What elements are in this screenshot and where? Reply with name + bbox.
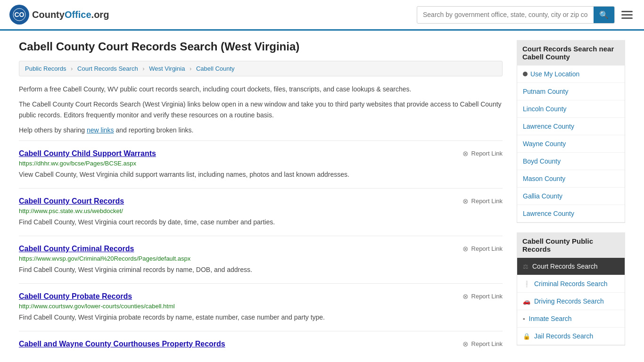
report-link-0[interactable]: ⊗ Report Link bbox=[462, 149, 503, 158]
record-title-1[interactable]: Cabell County Court Records bbox=[19, 197, 124, 206]
record-header-3: Cabell County Probate Records ⊗ Report L… bbox=[19, 292, 503, 301]
desc-paragraph-2: The Cabell County Court Records Search (… bbox=[19, 99, 503, 120]
criminal-icon: ❕ bbox=[523, 280, 530, 288]
record-url-3: http://www.courtswv.gov/lower-courts/cou… bbox=[19, 303, 503, 310]
use-location-item[interactable]: Use My Location bbox=[517, 66, 625, 83]
breadcrumb-public-records[interactable]: Public Records bbox=[25, 65, 66, 72]
header-right: 🔍 bbox=[417, 6, 635, 24]
public-records-title: Cabell County Public Records bbox=[517, 232, 625, 258]
record-header-1: Cabell County Court Records ⊗ Report Lin… bbox=[19, 197, 503, 206]
record-url-1: http://www.psc.state.wv.us/webdocket/ bbox=[19, 207, 503, 214]
inmate-search-label: Inmate Search bbox=[529, 315, 572, 322]
driving-records-label: Driving Records Search bbox=[534, 297, 604, 305]
record-title-0[interactable]: Cabell County Child Support Warrants bbox=[19, 149, 156, 158]
sidebar: Court Records Search near Cabell County … bbox=[517, 40, 625, 355]
public-records-section: Cabell County Public Records ⚖ Court Rec… bbox=[517, 232, 625, 346]
inmate-icon: ▪ bbox=[523, 315, 525, 322]
jail-icon: 🔒 bbox=[523, 333, 530, 340]
use-location-link[interactable]: Use My Location bbox=[517, 66, 625, 82]
nearby-mason[interactable]: Mason County bbox=[517, 170, 625, 188]
record-item-3: Cabell County Probate Records ⊗ Report L… bbox=[19, 283, 503, 327]
breadcrumb-west-virginia[interactable]: West Virginia bbox=[149, 65, 185, 72]
record-title-3[interactable]: Cabell County Probate Records bbox=[19, 292, 132, 301]
nearby-boyd[interactable]: Boyd County bbox=[517, 153, 625, 170]
page-title: Cabell County Court Records Search (West… bbox=[19, 40, 503, 53]
search-button[interactable]: 🔍 bbox=[594, 7, 614, 23]
nearby-lawrence-ky[interactable]: Lawrence County bbox=[517, 205, 625, 222]
breadcrumb-sep-3: › bbox=[190, 65, 191, 72]
report-label-3: Report Link bbox=[471, 293, 503, 300]
public-records-list: ⚖ Court Records Search ❕ Criminal Record… bbox=[517, 258, 625, 346]
record-url-2: https://www.wvsp.gov/Criminal%20Records/… bbox=[19, 255, 503, 262]
desc-paragraph-3: Help others by sharing new links and rep… bbox=[19, 125, 503, 135]
jail-records-label: Jail Records Search bbox=[534, 332, 593, 340]
breadcrumb-cabell-county[interactable]: Cabell County bbox=[196, 65, 235, 72]
nearby-title: Court Records Search near Cabell County bbox=[517, 40, 625, 66]
record-title-4[interactable]: Cabell and Wayne County Courthouses Prop… bbox=[19, 340, 225, 348]
record-item-2: Cabell County Criminal Records ⊗ Report … bbox=[19, 236, 503, 280]
nearby-gallia[interactable]: Gallia County bbox=[517, 188, 625, 205]
breadcrumb-sep-2: › bbox=[142, 65, 144, 72]
record-header-4: Cabell and Wayne County Courthouses Prop… bbox=[19, 340, 503, 348]
location-dot-icon bbox=[523, 72, 528, 76]
sidebar-driving-records[interactable]: 🚗 Driving Records Search bbox=[517, 293, 625, 310]
breadcrumb-court-records-search[interactable]: Court Records Search bbox=[77, 65, 138, 72]
breadcrumb: Public Records › Court Records Search › … bbox=[19, 61, 503, 76]
report-icon-3: ⊗ bbox=[462, 292, 469, 301]
report-label-4: Report Link bbox=[471, 340, 503, 347]
nearby-lawrence-oh[interactable]: Lawrence County bbox=[517, 118, 625, 135]
court-records-label: Court Records Search bbox=[532, 263, 598, 270]
court-icon: ⚖ bbox=[523, 263, 528, 270]
nearby-wayne[interactable]: Wayne County bbox=[517, 135, 625, 153]
desc-paragraph-1: Perform a free Cabell County, WV public … bbox=[19, 84, 503, 94]
report-icon-0: ⊗ bbox=[462, 149, 469, 158]
nearby-putnam[interactable]: Putnam County bbox=[517, 83, 625, 100]
record-desc-1: Find Cabell County, West Virginia court … bbox=[19, 217, 503, 227]
record-header-0: Cabell County Child Support Warrants ⊗ R… bbox=[19, 149, 503, 158]
record-title-2[interactable]: Cabell County Criminal Records bbox=[19, 245, 134, 253]
nearby-lincoln[interactable]: Lincoln County bbox=[517, 100, 625, 118]
logo-area: CO CountyOffice.org bbox=[9, 5, 109, 25]
record-desc-2: Find Cabell County, West Virginia crimin… bbox=[19, 265, 503, 275]
sidebar-criminal-records[interactable]: ❕ Criminal Records Search bbox=[517, 275, 625, 293]
records-container: Cabell County Child Support Warrants ⊗ R… bbox=[19, 140, 503, 355]
report-label-1: Report Link bbox=[471, 197, 503, 205]
record-item-1: Cabell County Court Records ⊗ Report Lin… bbox=[19, 188, 503, 232]
logo-text: CountyOffice.org bbox=[32, 9, 109, 20]
sidebar-court-records[interactable]: ⚖ Court Records Search bbox=[517, 258, 625, 275]
menu-button[interactable] bbox=[619, 9, 635, 21]
new-links-link[interactable]: new links bbox=[87, 126, 114, 134]
report-label-2: Report Link bbox=[471, 245, 503, 252]
report-link-1[interactable]: ⊗ Report Link bbox=[462, 197, 503, 206]
nearby-section: Court Records Search near Cabell County … bbox=[517, 40, 625, 223]
sidebar-inmate-search[interactable]: ▪ Inmate Search bbox=[517, 310, 625, 328]
record-item-4: Cabell and Wayne County Courthouses Prop… bbox=[19, 331, 503, 355]
report-label-0: Report Link bbox=[471, 150, 503, 157]
svg-text:CO: CO bbox=[15, 11, 25, 18]
main-container: Cabell County Court Records Search (West… bbox=[0, 31, 644, 362]
report-link-4[interactable]: ⊗ Report Link bbox=[462, 340, 503, 348]
record-item-0: Cabell County Child Support Warrants ⊗ R… bbox=[19, 140, 503, 184]
criminal-records-label: Criminal Records Search bbox=[534, 280, 608, 288]
breadcrumb-sep-1: › bbox=[71, 65, 73, 72]
search-input[interactable] bbox=[417, 7, 594, 22]
logo-icon: CO bbox=[9, 5, 29, 25]
record-header-2: Cabell County Criminal Records ⊗ Report … bbox=[19, 245, 503, 253]
driving-icon: 🚗 bbox=[523, 298, 530, 305]
desc-pre: Help others by sharing bbox=[19, 126, 87, 134]
record-desc-3: Find Cabell County, West Virginia probat… bbox=[19, 313, 503, 322]
search-bar: 🔍 bbox=[417, 6, 615, 24]
report-link-3[interactable]: ⊗ Report Link bbox=[462, 292, 503, 301]
report-link-2[interactable]: ⊗ Report Link bbox=[462, 245, 503, 253]
use-location-label: Use My Location bbox=[530, 70, 579, 78]
report-icon-1: ⊗ bbox=[462, 197, 469, 206]
report-icon-2: ⊗ bbox=[462, 245, 469, 253]
nearby-list: Use My Location Putnam County Lincoln Co… bbox=[517, 66, 625, 223]
record-desc-0: View Cabell County, West Virginia child … bbox=[19, 170, 503, 180]
description-area: Perform a free Cabell County, WV public … bbox=[19, 84, 503, 136]
record-url-0: https://dhhr.wv.gov/bcse/Pages/BCSE.aspx bbox=[19, 160, 503, 167]
content-area: Cabell County Court Records Search (West… bbox=[19, 40, 503, 355]
site-header: CO CountyOffice.org 🔍 bbox=[0, 0, 644, 31]
report-icon-4: ⊗ bbox=[462, 340, 469, 348]
sidebar-jail-records[interactable]: 🔒 Jail Records Search bbox=[517, 328, 625, 345]
